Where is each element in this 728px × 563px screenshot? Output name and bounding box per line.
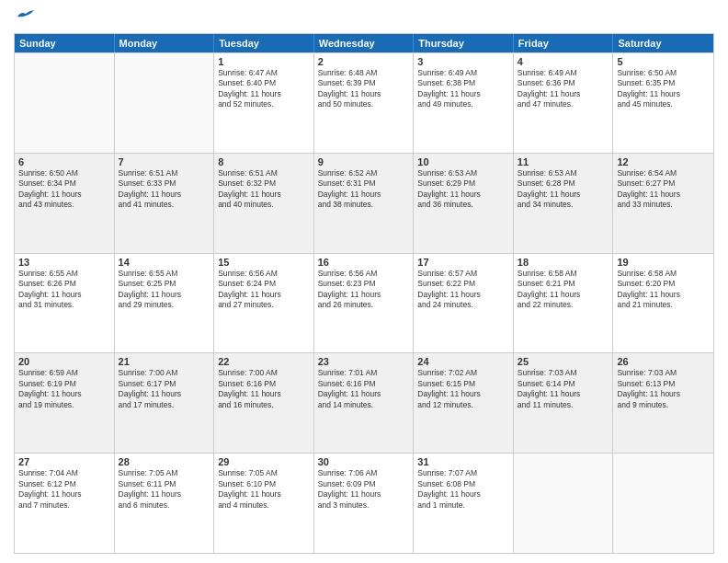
cal-cell-day-1: 1Sunrise: 6:47 AMSunset: 6:40 PMDaylight…: [214, 53, 314, 153]
page: SundayMondayTuesdayWednesdayThursdayFrid…: [0, 0, 728, 563]
day-info: Sunrise: 6:49 AMSunset: 6:38 PMDaylight:…: [417, 68, 509, 110]
day-info: Sunrise: 6:55 AMSunset: 6:25 PMDaylight:…: [119, 269, 210, 311]
cal-cell-day-28: 28Sunrise: 7:05 AMSunset: 6:11 PMDayligh…: [115, 454, 215, 553]
day-info: Sunrise: 6:54 AMSunset: 6:27 PMDaylight:…: [617, 168, 710, 211]
day-info: Sunrise: 6:47 AMSunset: 6:40 PMDaylight:…: [218, 68, 310, 110]
day-number: 17: [417, 257, 509, 268]
cal-cell-day-26: 26Sunrise: 7:03 AMSunset: 6:13 PMDayligh…: [613, 353, 713, 453]
day-info: Sunrise: 7:05 AMSunset: 6:10 PMDaylight:…: [218, 468, 310, 511]
day-number: 22: [218, 356, 310, 367]
day-number: 16: [318, 257, 410, 268]
header-day-thursday: Thursday: [414, 34, 514, 52]
day-number: 11: [518, 156, 609, 167]
cal-cell-empty: [613, 454, 713, 553]
cal-cell-empty: [514, 454, 614, 553]
header-day-friday: Friday: [514, 34, 614, 52]
day-number: 31: [417, 456, 509, 467]
cal-cell-day-25: 25Sunrise: 7:03 AMSunset: 6:14 PMDayligh…: [514, 353, 614, 453]
cal-cell-day-17: 17Sunrise: 6:57 AMSunset: 6:22 PMDayligh…: [414, 254, 514, 353]
day-info: Sunrise: 6:52 AMSunset: 6:31 PMDaylight:…: [318, 168, 410, 211]
day-info: Sunrise: 7:00 AMSunset: 6:17 PMDaylight:…: [119, 368, 210, 410]
cal-cell-day-19: 19Sunrise: 6:58 AMSunset: 6:20 PMDayligh…: [613, 254, 713, 353]
week-row-1: 1Sunrise: 6:47 AMSunset: 6:40 PMDaylight…: [15, 52, 713, 153]
day-info: Sunrise: 6:53 AMSunset: 6:29 PMDaylight:…: [417, 168, 509, 211]
day-info: Sunrise: 6:58 AMSunset: 6:20 PMDaylight:…: [617, 269, 710, 311]
cal-cell-empty: [15, 53, 115, 153]
day-info: Sunrise: 7:02 AMSunset: 6:15 PMDaylight:…: [417, 368, 509, 410]
header-day-sunday: Sunday: [15, 34, 115, 52]
header: [14, 9, 714, 28]
cal-cell-day-6: 6Sunrise: 6:50 AMSunset: 6:34 PMDaylight…: [15, 154, 115, 253]
day-number: 24: [417, 356, 509, 367]
day-info: Sunrise: 7:01 AMSunset: 6:16 PMDaylight:…: [318, 368, 410, 410]
day-number: 6: [18, 156, 110, 167]
day-number: 3: [417, 56, 509, 67]
day-info: Sunrise: 6:48 AMSunset: 6:39 PMDaylight:…: [318, 68, 410, 110]
week-row-2: 6Sunrise: 6:50 AMSunset: 6:34 PMDaylight…: [15, 153, 713, 253]
cal-cell-day-9: 9Sunrise: 6:52 AMSunset: 6:31 PMDaylight…: [314, 154, 415, 253]
logo-bird-icon: [16, 9, 36, 24]
cal-cell-day-13: 13Sunrise: 6:55 AMSunset: 6:26 PMDayligh…: [15, 254, 115, 353]
day-number: 13: [18, 257, 110, 268]
cal-cell-day-30: 30Sunrise: 7:06 AMSunset: 6:09 PMDayligh…: [314, 454, 415, 553]
day-info: Sunrise: 6:50 AMSunset: 6:34 PMDaylight:…: [18, 168, 110, 211]
header-day-monday: Monday: [115, 34, 215, 52]
cal-cell-day-27: 27Sunrise: 7:04 AMSunset: 6:12 PMDayligh…: [15, 454, 115, 553]
cal-cell-day-8: 8Sunrise: 6:51 AMSunset: 6:32 PMDaylight…: [214, 154, 314, 253]
cal-cell-day-22: 22Sunrise: 7:00 AMSunset: 6:16 PMDayligh…: [214, 353, 314, 453]
week-row-3: 13Sunrise: 6:55 AMSunset: 6:26 PMDayligh…: [15, 253, 713, 353]
day-info: Sunrise: 6:50 AMSunset: 6:35 PMDaylight:…: [617, 68, 710, 110]
day-info: Sunrise: 6:56 AMSunset: 6:24 PMDaylight:…: [218, 269, 310, 311]
day-number: 20: [18, 356, 110, 367]
day-info: Sunrise: 6:58 AMSunset: 6:21 PMDaylight:…: [518, 269, 609, 311]
day-number: 27: [18, 456, 110, 467]
day-number: 5: [617, 56, 710, 67]
day-number: 29: [218, 456, 310, 467]
day-number: 28: [119, 456, 210, 467]
calendar-body: 1Sunrise: 6:47 AMSunset: 6:40 PMDaylight…: [15, 52, 713, 553]
day-info: Sunrise: 6:51 AMSunset: 6:32 PMDaylight:…: [218, 168, 310, 211]
day-info: Sunrise: 7:03 AMSunset: 6:13 PMDaylight:…: [617, 368, 710, 410]
cal-cell-day-18: 18Sunrise: 6:58 AMSunset: 6:21 PMDayligh…: [514, 254, 614, 353]
cal-cell-day-7: 7Sunrise: 6:51 AMSunset: 6:33 PMDaylight…: [115, 154, 215, 253]
header-day-tuesday: Tuesday: [214, 34, 314, 52]
cal-cell-day-14: 14Sunrise: 6:55 AMSunset: 6:25 PMDayligh…: [115, 254, 215, 353]
logo: [14, 9, 36, 28]
cal-cell-day-21: 21Sunrise: 7:00 AMSunset: 6:17 PMDayligh…: [115, 353, 215, 453]
day-info: Sunrise: 6:53 AMSunset: 6:28 PMDaylight:…: [518, 168, 609, 211]
day-info: Sunrise: 7:05 AMSunset: 6:11 PMDaylight:…: [119, 468, 210, 511]
cal-cell-day-16: 16Sunrise: 6:56 AMSunset: 6:23 PMDayligh…: [314, 254, 415, 353]
cal-cell-day-2: 2Sunrise: 6:48 AMSunset: 6:39 PMDaylight…: [314, 53, 415, 153]
day-number: 4: [518, 56, 609, 67]
week-row-5: 27Sunrise: 7:04 AMSunset: 6:12 PMDayligh…: [15, 453, 713, 553]
cal-cell-day-15: 15Sunrise: 6:56 AMSunset: 6:24 PMDayligh…: [214, 254, 314, 353]
day-number: 19: [617, 257, 710, 268]
day-number: 30: [318, 456, 410, 467]
day-number: 7: [119, 156, 210, 167]
day-info: Sunrise: 6:57 AMSunset: 6:22 PMDaylight:…: [417, 269, 509, 311]
calendar-header: SundayMondayTuesdayWednesdayThursdayFrid…: [15, 34, 713, 52]
day-number: 25: [518, 356, 609, 367]
cal-cell-day-3: 3Sunrise: 6:49 AMSunset: 6:38 PMDaylight…: [414, 53, 514, 153]
cal-cell-day-4: 4Sunrise: 6:49 AMSunset: 6:36 PMDaylight…: [514, 53, 614, 153]
day-number: 23: [318, 356, 410, 367]
day-info: Sunrise: 7:06 AMSunset: 6:09 PMDaylight:…: [318, 468, 410, 511]
cal-cell-day-23: 23Sunrise: 7:01 AMSunset: 6:16 PMDayligh…: [314, 353, 415, 453]
day-number: 18: [518, 257, 609, 268]
day-info: Sunrise: 7:00 AMSunset: 6:16 PMDaylight:…: [218, 368, 310, 410]
day-info: Sunrise: 7:04 AMSunset: 6:12 PMDaylight:…: [18, 468, 110, 511]
day-number: 10: [417, 156, 509, 167]
cal-cell-day-5: 5Sunrise: 6:50 AMSunset: 6:35 PMDaylight…: [613, 53, 713, 153]
day-info: Sunrise: 6:59 AMSunset: 6:19 PMDaylight:…: [18, 368, 110, 410]
day-info: Sunrise: 6:49 AMSunset: 6:36 PMDaylight:…: [518, 68, 609, 110]
header-day-saturday: Saturday: [613, 34, 713, 52]
cal-cell-day-11: 11Sunrise: 6:53 AMSunset: 6:28 PMDayligh…: [514, 154, 614, 253]
day-info: Sunrise: 6:56 AMSunset: 6:23 PMDaylight:…: [318, 269, 410, 311]
day-number: 14: [119, 257, 210, 268]
day-number: 8: [218, 156, 310, 167]
cal-cell-day-24: 24Sunrise: 7:02 AMSunset: 6:15 PMDayligh…: [414, 353, 514, 453]
day-info: Sunrise: 6:55 AMSunset: 6:26 PMDaylight:…: [18, 269, 110, 311]
day-info: Sunrise: 7:03 AMSunset: 6:14 PMDaylight:…: [518, 368, 609, 410]
day-info: Sunrise: 7:07 AMSunset: 6:08 PMDaylight:…: [417, 468, 509, 511]
cal-cell-day-31: 31Sunrise: 7:07 AMSunset: 6:08 PMDayligh…: [414, 454, 514, 553]
